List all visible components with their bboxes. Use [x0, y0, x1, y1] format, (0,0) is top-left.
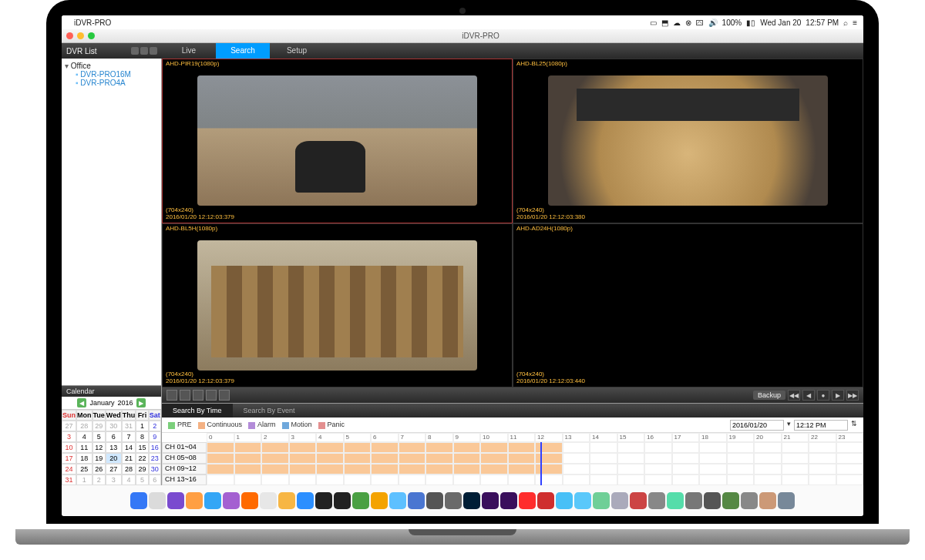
cal-day[interactable]: 4	[122, 474, 136, 485]
cal-day[interactable]: 17	[62, 453, 76, 464]
app-menu[interactable]: iDVR-PRO	[74, 18, 111, 27]
tree-folder-office[interactable]: Office	[65, 62, 158, 70]
cloud-icon[interactable]: ☁	[673, 18, 681, 27]
dropbox-icon[interactable]: ⬒	[661, 18, 668, 27]
camera-view-2[interactable]: AHD-BL25(1080p) (704x240)2016/01/20 12:1…	[513, 59, 863, 223]
status-icon[interactable]: ⊗	[685, 18, 691, 27]
cal-day[interactable]: 29	[136, 464, 148, 474]
timeline-cursor[interactable]	[540, 442, 542, 485]
cal-day[interactable]: 23	[149, 453, 161, 464]
dock-app-icon[interactable]	[315, 492, 332, 509]
cal-day[interactable]: 27	[106, 464, 122, 474]
cal-day[interactable]: 8	[136, 431, 148, 442]
dock-app-icon[interactable]	[223, 492, 240, 509]
layout-3x3-icon[interactable]	[193, 390, 204, 401]
cal-day[interactable]: 19	[92, 453, 106, 464]
cal-day[interactable]: 3	[62, 431, 76, 442]
dock-app-icon[interactable]	[352, 492, 369, 509]
cal-day[interactable]: 28	[122, 464, 136, 474]
menu-date[interactable]: Wed Jan 20	[760, 18, 801, 27]
dock-app-icon[interactable]	[204, 492, 221, 509]
dock-app-icon[interactable]	[537, 492, 554, 509]
cal-day[interactable]: 30	[149, 464, 161, 474]
dock-app-icon[interactable]	[463, 492, 480, 509]
zoom-icon[interactable]	[88, 32, 95, 39]
cal-next-icon[interactable]: ▶	[136, 398, 146, 407]
search-by-time-tab[interactable]: Search By Time	[162, 404, 233, 417]
dock-app-icon[interactable]	[667, 492, 684, 509]
cal-day[interactable]: 26	[92, 464, 106, 474]
cal-day[interactable]: 11	[76, 442, 92, 453]
close-icon[interactable]	[66, 32, 73, 39]
cal-day[interactable]: 1	[76, 474, 92, 485]
wifi-icon[interactable]: ⮹	[696, 18, 704, 27]
spotlight-icon[interactable]: ⌕	[843, 18, 848, 27]
dvr-remove-icon[interactable]	[150, 47, 157, 55]
cal-day[interactable]: 2	[92, 474, 106, 485]
dvr-reload-icon[interactable]	[140, 47, 148, 55]
cal-prev-icon[interactable]: ◀	[77, 398, 86, 407]
menu-extras-icon[interactable]: ≡	[853, 18, 857, 27]
camera-view-4[interactable]: AHD-AD24H(1080p) (704x240)2016/01/20 12:…	[513, 223, 863, 388]
tree-item-dvr1[interactable]: DVR-PRO16M	[65, 70, 158, 79]
search-by-event-tab[interactable]: Search By Event	[233, 404, 306, 417]
cal-day[interactable]: 6	[106, 431, 122, 442]
dock-app-icon[interactable]	[611, 492, 628, 509]
camera-view-3[interactable]: AHD-BL5H(1080p) (704x240)2016/01/20 12:1…	[162, 223, 513, 388]
backup-button[interactable]: Backup	[753, 391, 785, 400]
cal-day[interactable]: 28	[76, 421, 92, 431]
stepper-icon[interactable]: ⇅	[851, 420, 857, 431]
menu-time[interactable]: 12:57 PM	[806, 18, 839, 27]
play-button[interactable]: ●	[817, 390, 829, 401]
dock-app-icon[interactable]	[371, 492, 388, 509]
dock-app-icon[interactable]	[334, 492, 351, 509]
cal-day[interactable]: 29	[92, 421, 106, 431]
cal-year[interactable]: 2016	[118, 399, 133, 407]
cal-day[interactable]: 25	[76, 464, 92, 474]
cal-day[interactable]: 4	[76, 431, 92, 442]
cal-day[interactable]: 12	[92, 442, 106, 453]
tab-setup[interactable]: Setup	[270, 43, 324, 59]
dvr-add-icon[interactable]	[131, 47, 139, 55]
step-back-button[interactable]: ◀	[802, 390, 815, 401]
dock-app-icon[interactable]	[445, 492, 462, 509]
cal-day[interactable]: 10	[62, 442, 76, 453]
timeline-row[interactable]	[207, 442, 863, 453]
dock-app-icon[interactable]	[130, 492, 147, 509]
display-icon[interactable]: ▭	[650, 18, 657, 27]
dock-app-icon[interactable]	[482, 492, 499, 509]
tab-live[interactable]: Live	[162, 43, 216, 59]
cal-day[interactable]: 20	[106, 453, 122, 464]
dock-app-icon[interactable]	[389, 492, 406, 509]
rewind-button[interactable]: ◀◀	[788, 390, 800, 401]
minimize-icon[interactable]	[77, 32, 84, 39]
cal-day[interactable]: 16	[149, 442, 161, 453]
cal-day[interactable]: 5	[136, 474, 148, 485]
cal-day[interactable]: 31	[62, 474, 76, 485]
tree-item-dvr2[interactable]: DVR-PRO4A	[65, 79, 158, 87]
dock-app-icon[interactable]	[297, 492, 314, 509]
timeline-row[interactable]	[207, 474, 863, 485]
cal-day[interactable]: 13	[106, 442, 122, 453]
dropdown-icon[interactable]: ▾	[787, 420, 791, 431]
cal-day[interactable]: 30	[106, 421, 122, 431]
layout-1x1-icon[interactable]	[166, 390, 177, 401]
step-fwd-button[interactable]: ▶	[832, 390, 844, 401]
dock-app-icon[interactable]	[630, 492, 647, 509]
volume-icon[interactable]: 🔊	[708, 18, 718, 27]
cal-day[interactable]: 2	[149, 421, 161, 431]
camera-view-1[interactable]: AHD-PIR19(1080p) (704x240)2016/01/20 12:…	[162, 59, 513, 223]
dock-app-icon[interactable]	[778, 492, 795, 509]
dock-app-icon[interactable]	[519, 492, 536, 509]
dock-app-icon[interactable]	[186, 492, 203, 509]
dock-app-icon[interactable]	[408, 492, 425, 509]
timeline-row[interactable]	[207, 453, 863, 464]
dock-app-icon[interactable]	[648, 492, 665, 509]
timeline-grid[interactable]: 01234567891011121314151617181920212223	[207, 433, 863, 485]
date-input[interactable]	[730, 420, 784, 431]
layout-4x4-icon[interactable]	[206, 390, 217, 401]
dock-app-icon[interactable]	[167, 492, 184, 509]
cal-day[interactable]: 15	[136, 442, 148, 453]
dock-app-icon[interactable]	[426, 492, 443, 509]
layout-2x2-icon[interactable]	[180, 390, 190, 401]
